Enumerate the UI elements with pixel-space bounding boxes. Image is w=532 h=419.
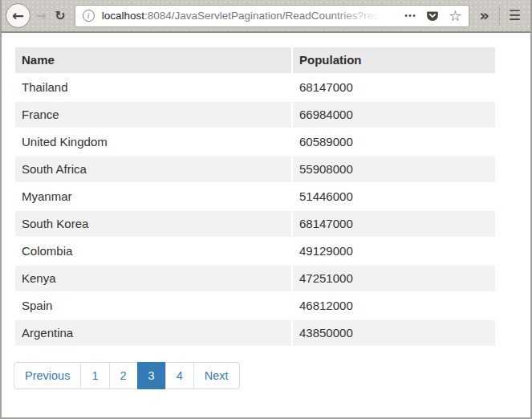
pagination-link[interactable]: Next xyxy=(193,362,240,389)
pagination-item: 2 xyxy=(110,362,138,389)
population-cell: 43850000 xyxy=(292,319,496,347)
pagination-item: Previous xyxy=(14,362,81,389)
pagination-link[interactable]: 1 xyxy=(80,362,109,389)
urlbar-actions: ••• ☆ xyxy=(404,9,461,23)
country-name-cell: Argentina xyxy=(14,319,292,347)
pagination-item: 4 xyxy=(166,362,194,389)
site-info-icon[interactable]: i xyxy=(83,10,95,22)
country-name-cell: Myanmar xyxy=(14,183,292,210)
pagination-item: 3 xyxy=(138,362,166,389)
population-cell: 46812000 xyxy=(292,292,496,319)
population-cell: 49129000 xyxy=(292,238,496,265)
table-header-row: Name Population xyxy=(14,47,496,74)
hamburger-menu-button[interactable]: ☰ xyxy=(506,9,524,22)
table-row: Argentina 43850000 xyxy=(14,319,496,347)
pagination-item: 1 xyxy=(81,362,109,389)
page-content: Name Population Thailand 68147000 France… xyxy=(2,33,530,417)
bookmark-star-icon[interactable]: ☆ xyxy=(449,9,461,23)
population-cell: 51446000 xyxy=(292,183,496,210)
browser-window: ← → ↻ i localhost:8084/JavaServletPagina… xyxy=(0,0,532,419)
population-cell: 68147000 xyxy=(292,210,496,238)
pagination: Previous 1 2 3 4 Next xyxy=(14,362,240,389)
table-row: Thailand 68147000 xyxy=(14,74,496,101)
pagination-link[interactable]: 3 xyxy=(137,362,166,389)
overflow-chevrons-icon: » xyxy=(479,6,489,24)
column-header-population: Population xyxy=(292,47,496,74)
url-path: :8084/JavaServletPagination/ReadCountrie… xyxy=(144,10,388,22)
pagination-link[interactable]: 4 xyxy=(165,362,194,389)
countries-table: Name Population Thailand 68147000 France… xyxy=(14,46,497,348)
reload-button[interactable]: ↻ xyxy=(51,6,68,26)
table-row: Spain 46812000 xyxy=(14,292,496,319)
population-cell: 60589000 xyxy=(292,128,496,156)
country-name-cell: South Africa xyxy=(14,156,292,183)
country-name-cell: Thailand xyxy=(14,74,292,101)
country-name-cell: South Korea xyxy=(14,210,292,238)
column-header-name: Name xyxy=(14,47,292,74)
country-name-cell: Spain xyxy=(14,292,292,319)
hamburger-icon: ☰ xyxy=(509,7,521,23)
table-row: Colombia 49129000 xyxy=(14,238,496,265)
pagination-link[interactable]: Previous xyxy=(14,362,81,389)
page-actions-icon[interactable]: ••• xyxy=(404,11,416,20)
browser-toolbar: ← → ↻ i localhost:8084/JavaServletPagina… xyxy=(2,0,530,33)
population-cell: 66984000 xyxy=(292,101,496,128)
table-row: South Africa 55908000 xyxy=(14,156,496,183)
pocket-icon[interactable] xyxy=(426,10,439,22)
forward-button[interactable]: → xyxy=(32,6,50,26)
url-bar[interactable]: i localhost:8084/JavaServletPagination/R… xyxy=(75,5,470,27)
pagination-item: Next xyxy=(194,362,240,389)
back-button[interactable]: ← xyxy=(6,3,30,28)
overflow-menu-button[interactable]: » xyxy=(475,8,493,23)
country-name-cell: France xyxy=(14,101,292,128)
forward-icon: → xyxy=(35,7,47,23)
pagination-link[interactable]: 2 xyxy=(109,362,138,389)
url-text[interactable]: localhost:8084/JavaServletPagination/Rea… xyxy=(102,10,389,22)
table-row: United Kingdom 60589000 xyxy=(14,128,496,156)
country-name-cell: Kenya xyxy=(14,265,292,292)
country-name-cell: United Kingdom xyxy=(14,128,292,156)
table-row: France 66984000 xyxy=(14,101,496,128)
population-cell: 47251000 xyxy=(292,265,496,292)
population-cell: 68147000 xyxy=(292,74,496,101)
country-name-cell: Colombia xyxy=(14,238,292,265)
table-row: Kenya 47251000 xyxy=(14,265,496,292)
url-host: localhost xyxy=(102,10,144,22)
reload-icon: ↻ xyxy=(55,8,65,23)
toolbar-separator xyxy=(499,6,500,26)
back-icon: ← xyxy=(12,7,24,24)
table-row: Myanmar 51446000 xyxy=(14,183,496,210)
population-cell: 55908000 xyxy=(292,156,496,183)
table-row: South Korea 68147000 xyxy=(14,210,496,238)
